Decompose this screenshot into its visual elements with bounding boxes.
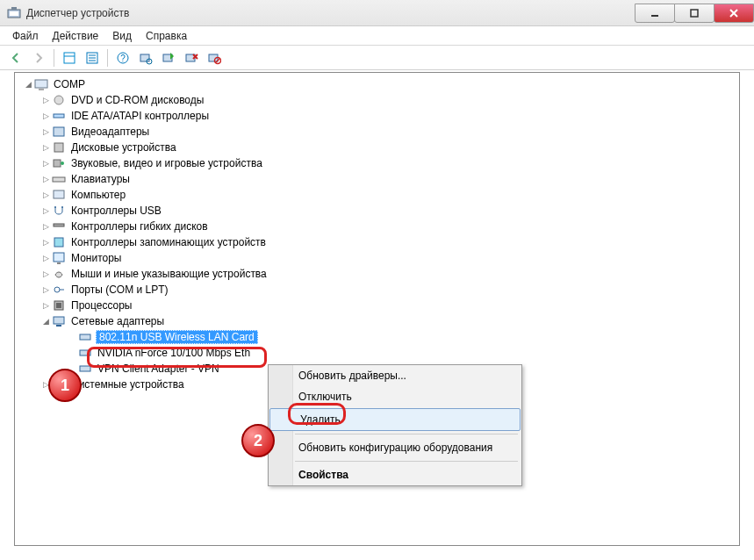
svg-point-34 — [54, 206, 56, 208]
scan-button[interactable] — [135, 47, 156, 68]
category-label: Системные устройства — [69, 378, 186, 391]
device-category-icon — [52, 251, 66, 265]
expand-icon[interactable]: ▷ — [39, 111, 52, 120]
tree-category[interactable]: ▷Клавиатуры — [17, 171, 737, 187]
device-category-icon — [52, 93, 66, 107]
category-label: Порты (COM и LPT) — [69, 284, 170, 296]
category-label: Мыши и иные указывающие устройства — [69, 268, 269, 280]
svg-rect-1 — [10, 11, 18, 16]
expand-icon[interactable]: ▷ — [39, 127, 52, 136]
tree-category[interactable]: ▷Порты (COM и LPT) — [17, 282, 737, 298]
svg-point-40 — [54, 287, 60, 292]
svg-rect-46 — [80, 334, 90, 340]
remove-button[interactable] — [181, 47, 202, 68]
tree-category[interactable]: ▷IDE ATA/ATAPI контроллеры — [17, 108, 737, 124]
menu-action[interactable]: Действие — [46, 28, 106, 44]
device-category-icon — [52, 172, 66, 186]
context-separator — [295, 461, 518, 462]
expand-icon[interactable]: ▷ — [39, 222, 52, 231]
view-button[interactable] — [59, 47, 80, 68]
ctx-properties[interactable]: Свойства — [269, 464, 521, 485]
menu-file[interactable]: Файл — [5, 28, 46, 44]
expand-icon[interactable]: ▷ — [39, 190, 52, 199]
tree-device-nforce[interactable]: NVIDIA nForce 10/100 Mbps Eth — [17, 345, 737, 361]
tree-device-wlan[interactable]: 802.11n USB Wireless LAN Card — [17, 329, 737, 345]
adapter-icon — [78, 362, 92, 376]
adapter-icon — [78, 330, 92, 344]
category-label: Процессоры — [69, 299, 134, 312]
expand-icon[interactable]: ▷ — [39, 143, 52, 152]
svg-rect-44 — [54, 317, 64, 324]
svg-rect-47 — [80, 350, 90, 355]
expand-icon[interactable]: ▷ — [39, 301, 52, 310]
tree-category[interactable]: ▷Контроллеры USB — [17, 203, 737, 219]
svg-point-26 — [54, 96, 63, 104]
category-label: Контроллеры запоминающих устройств — [69, 236, 268, 248]
svg-rect-4 — [691, 10, 698, 17]
expand-icon[interactable]: ▷ — [39, 175, 52, 183]
tree-category[interactable]: ▷Контроллеры запоминающих устройств — [17, 234, 737, 250]
category-label: Контроллеры USB — [69, 205, 163, 217]
tree-category[interactable]: ▷Контроллеры гибких дисков — [17, 219, 737, 234]
menu-bar: Файл Действие Вид Справка — [0, 26, 754, 46]
device-category-icon — [52, 283, 66, 297]
adapter-icon — [78, 346, 92, 360]
svg-rect-25 — [39, 89, 44, 90]
tree-category[interactable]: ▷Звуковые, видео и игровые устройства — [17, 155, 737, 171]
ctx-rescan[interactable]: Обновить конфигурацию оборудования — [269, 437, 521, 458]
properties-button[interactable] — [82, 47, 103, 68]
ctx-disable[interactable]: Отключить — [269, 386, 521, 407]
maximize-button[interactable] — [674, 4, 715, 23]
menu-view[interactable]: Вид — [105, 28, 139, 44]
svg-rect-37 — [54, 238, 63, 247]
minimize-button[interactable] — [635, 4, 675, 23]
tree-category-network[interactable]: ◢ Сетевые адаптеры — [17, 313, 737, 329]
tree-category[interactable]: ▷DVD и CD-ROM дисководы — [17, 92, 737, 108]
tree-category[interactable]: ▷Видеоадаптеры — [17, 124, 737, 140]
expand-icon[interactable]: ▷ — [39, 269, 52, 278]
ctx-remove[interactable]: Удалить — [269, 408, 521, 431]
annotation-badge-2: 2 — [241, 424, 275, 457]
svg-rect-32 — [53, 177, 65, 182]
device-category-icon — [52, 235, 66, 249]
menu-help[interactable]: Справка — [139, 28, 194, 44]
tree-category[interactable]: ▷Процессоры — [17, 298, 737, 313]
expand-icon[interactable]: ▷ — [39, 96, 52, 104]
svg-rect-29 — [54, 143, 63, 152]
device-category-icon — [52, 219, 66, 233]
collapse-icon[interactable]: ◢ — [22, 80, 34, 89]
help-button[interactable]: ? — [112, 47, 133, 68]
device-label-selected: 802.11n USB Wireless LAN Card — [96, 330, 258, 344]
expand-icon[interactable]: ▷ — [39, 159, 52, 168]
svg-rect-2 — [11, 7, 17, 10]
device-category-icon — [52, 109, 66, 123]
expand-icon[interactable]: ▷ — [39, 254, 52, 262]
tree-category[interactable]: ▷Мыши и иные указывающие устройства — [17, 266, 737, 282]
annotation-badge-1: 1 — [48, 369, 82, 402]
tree-category[interactable]: ▷Компьютер — [17, 187, 737, 203]
expand-icon[interactable]: ▷ — [39, 206, 52, 215]
svg-rect-38 — [54, 253, 64, 262]
device-category-icon — [52, 267, 66, 281]
back-button[interactable] — [5, 47, 26, 68]
tree-root[interactable]: ◢ COMP — [17, 76, 737, 92]
svg-rect-43 — [56, 303, 61, 308]
expand-icon[interactable]: ▷ — [39, 285, 52, 294]
disable-button[interactable] — [204, 47, 225, 68]
ctx-update-drivers[interactable]: Обновить драйверы... — [269, 365, 521, 386]
close-button[interactable] — [714, 4, 754, 23]
category-label: DVD и CD-ROM дисководы — [69, 94, 205, 106]
computer-icon — [34, 77, 48, 91]
expand-icon[interactable]: ▷ — [39, 238, 52, 247]
device-category-icon — [52, 204, 66, 218]
forward-button[interactable] — [28, 47, 49, 68]
svg-point-31 — [61, 162, 64, 165]
device-tree[interactable]: ◢ COMP ▷DVD и CD-ROM дисководы▷IDE ATA/A… — [15, 73, 739, 396]
collapse-icon[interactable]: ◢ — [39, 317, 52, 326]
category-label: Дисковые устройства — [69, 141, 178, 154]
category-label: Видеоадаптеры — [69, 126, 151, 138]
tree-category[interactable]: ▷Дисковые устройства — [17, 140, 737, 155]
tree-category[interactable]: ▷Мониторы — [17, 250, 737, 266]
update-button[interactable] — [158, 47, 179, 68]
device-category-icon — [52, 188, 66, 202]
